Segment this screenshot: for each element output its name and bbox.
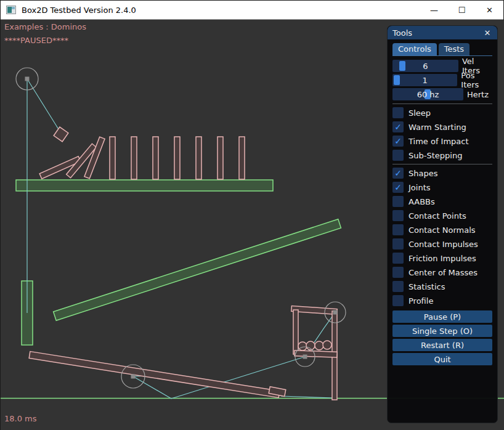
slider-track[interactable]: 60 hz xyxy=(392,88,463,100)
checkbox-contact-impulses[interactable]: Contact Impulses xyxy=(392,238,492,249)
checkbox-shapes[interactable]: ✓Shapes xyxy=(392,168,492,179)
upright-domino-7 xyxy=(239,137,245,179)
slider-value: 1 xyxy=(392,74,457,86)
checkbox-box[interactable]: ✓ xyxy=(392,136,404,147)
checkbox-label: Warm Starting xyxy=(408,123,466,132)
checkbox-aabbs[interactable]: AABBs xyxy=(392,196,492,207)
checkbox-box[interactable] xyxy=(392,238,404,249)
checkbox-label: Shapes xyxy=(408,169,437,178)
separator xyxy=(392,164,492,164)
slider-value: 6 xyxy=(392,60,458,72)
quit-button[interactable]: Quit xyxy=(392,353,492,365)
checkbox-box[interactable] xyxy=(392,210,404,221)
cradle-left-post xyxy=(293,310,298,354)
rope-ground-segment xyxy=(281,396,334,398)
paused-label: ****PAUSED**** xyxy=(4,36,68,45)
cradle-ball-1 xyxy=(298,342,307,351)
tools-panel-titlebar[interactable]: Tools ✕ xyxy=(388,26,497,39)
tools-close-icon[interactable]: ✕ xyxy=(482,28,492,38)
slider-row-vel-iters: 6Vel Iters xyxy=(392,60,492,72)
checkbox-box[interactable] xyxy=(392,281,404,292)
window-controls: — ☐ ✕ xyxy=(420,1,503,19)
simulation-canvas[interactable]: Examples : Dominos ****PAUSED**** 18.0 m… xyxy=(1,20,504,430)
button-section: Pause (P)Single Step (O)Restart (R)Quit xyxy=(392,310,492,365)
slider-track[interactable]: 1 xyxy=(392,74,457,86)
checkbox-label: Statistics xyxy=(408,282,445,291)
frame-time-label: 18.0 ms xyxy=(4,414,37,423)
tilted-green-plank xyxy=(54,219,341,320)
checkbox-label: Contact Impulses xyxy=(408,240,478,249)
tab-bar: ControlsTests xyxy=(392,43,492,56)
checkbox-label: Contact Normals xyxy=(408,225,476,235)
checkbox-box[interactable] xyxy=(392,107,404,118)
bottom-plank xyxy=(29,351,280,397)
checkbox-time-of-impact[interactable]: ✓Time of Impact xyxy=(392,136,492,147)
checkbox-friction-impulses[interactable]: Friction Impulses xyxy=(392,253,492,264)
os-titlebar[interactable]: Box2D Testbed Version 2.4.0 — ☐ ✕ xyxy=(1,1,503,20)
checkbox-section: Sleep✓Warm Starting✓Time of ImpactSub-St… xyxy=(392,107,492,306)
close-button[interactable]: ✕ xyxy=(476,1,503,19)
anchor-square-1 xyxy=(25,77,30,81)
checkbox-box[interactable]: ✓ xyxy=(392,168,404,179)
checkmark-icon: ✓ xyxy=(394,137,402,145)
checkbox-contact-points[interactable]: Contact Points xyxy=(392,210,492,221)
pause-button[interactable]: Pause (P) xyxy=(392,310,492,323)
checkbox-joints[interactable]: ✓Joints xyxy=(392,182,492,193)
checkmark-icon: ✓ xyxy=(394,123,402,131)
checkbox-box[interactable]: ✓ xyxy=(392,182,404,193)
checkbox-box[interactable] xyxy=(392,267,404,278)
slider-label: Pos Iters xyxy=(461,71,492,89)
anchor-square-3 xyxy=(333,310,338,315)
tab-tests[interactable]: Tests xyxy=(439,43,469,55)
checkbox-warm-starting[interactable]: ✓Warm Starting xyxy=(392,121,492,132)
app-icon xyxy=(6,6,16,14)
cradle-ball-3 xyxy=(315,341,323,350)
slider-row-pos-iters: 1Pos Iters xyxy=(392,74,492,86)
upright-domino-1 xyxy=(110,137,115,179)
checkbox-contact-normals[interactable]: Contact Normals xyxy=(392,224,492,235)
checkbox-box[interactable] xyxy=(392,196,404,207)
restart-button[interactable]: Restart (R) xyxy=(392,339,492,351)
slider-label: Hertz xyxy=(467,90,489,99)
separator xyxy=(392,103,492,104)
checkbox-box[interactable]: ✓ xyxy=(392,121,404,132)
checkbox-label: Sleep xyxy=(408,108,431,118)
tab-controls[interactable]: Controls xyxy=(392,43,437,55)
cradle-ball-4 xyxy=(323,341,331,349)
checkbox-statistics[interactable]: Statistics xyxy=(392,281,492,292)
minimize-button[interactable]: — xyxy=(420,1,448,19)
upright-domino-6 xyxy=(217,137,223,179)
checkbox-label: Center of Masses xyxy=(408,268,478,277)
slider-value: 60 hz xyxy=(392,88,463,100)
slider-row-hertz: 60 hzHertz xyxy=(392,88,492,100)
anchor-square-2 xyxy=(131,375,136,379)
checkmark-icon: ✓ xyxy=(394,169,402,177)
checkbox-box[interactable] xyxy=(392,295,404,306)
checkbox-label: Sub-Stepping xyxy=(408,151,462,160)
checkbox-label: Contact Points xyxy=(408,211,466,221)
checkbox-sub-stepping[interactable]: Sub-Stepping xyxy=(392,150,492,161)
cradle-shelf xyxy=(295,351,337,357)
dynamic-bodies xyxy=(29,127,337,400)
single-step-button[interactable]: Single Step (O) xyxy=(392,325,492,337)
example-label: Examples : Dominos xyxy=(4,22,86,31)
rope-to-hanging-block xyxy=(27,79,60,131)
checkbox-sleep[interactable]: Sleep xyxy=(392,107,492,118)
upright-domino-4 xyxy=(174,137,180,179)
tools-panel-body: ControlsTests 6Vel Iters1Pos Iters60 hzH… xyxy=(388,39,497,365)
checkbox-center-of-masses[interactable]: Center of Masses xyxy=(392,267,492,278)
upright-domino-2 xyxy=(131,137,137,179)
anchor-square-4 xyxy=(303,355,307,359)
app-window: Box2D Testbed Version 2.4.0 — ☐ ✕ xyxy=(0,0,504,430)
checkbox-box[interactable] xyxy=(392,253,404,264)
checkbox-label: Time of Impact xyxy=(408,137,469,146)
slider-section: 6Vel Iters1Pos Iters60 hzHertz xyxy=(392,60,492,100)
checkbox-label: Profile xyxy=(408,296,433,306)
checkmark-icon: ✓ xyxy=(394,183,402,192)
checkbox-box[interactable] xyxy=(392,150,404,161)
checkbox-profile[interactable]: Profile xyxy=(392,295,492,306)
static-bodies xyxy=(16,180,341,345)
slider-track[interactable]: 6 xyxy=(392,60,458,72)
maximize-button[interactable]: ☐ xyxy=(448,1,476,19)
checkbox-box[interactable] xyxy=(392,224,404,235)
